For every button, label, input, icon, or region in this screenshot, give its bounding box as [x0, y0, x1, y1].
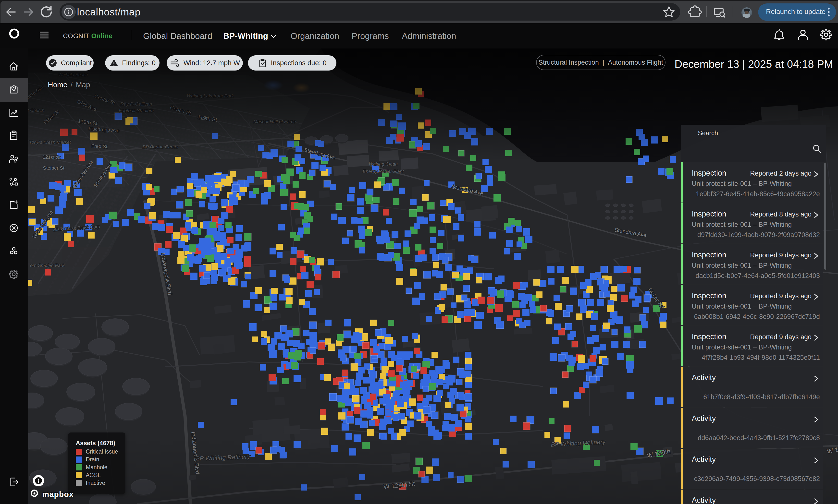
svg-text:om Smolen Park: om Smolen Park — [30, 263, 65, 268]
svg-text:Whiting Clean: Whiting Clean — [369, 161, 398, 166]
svg-text:Energy Power Plant: Energy Power Plant — [363, 169, 404, 174]
svg-text:Steiber St: Steiber St — [43, 165, 65, 171]
